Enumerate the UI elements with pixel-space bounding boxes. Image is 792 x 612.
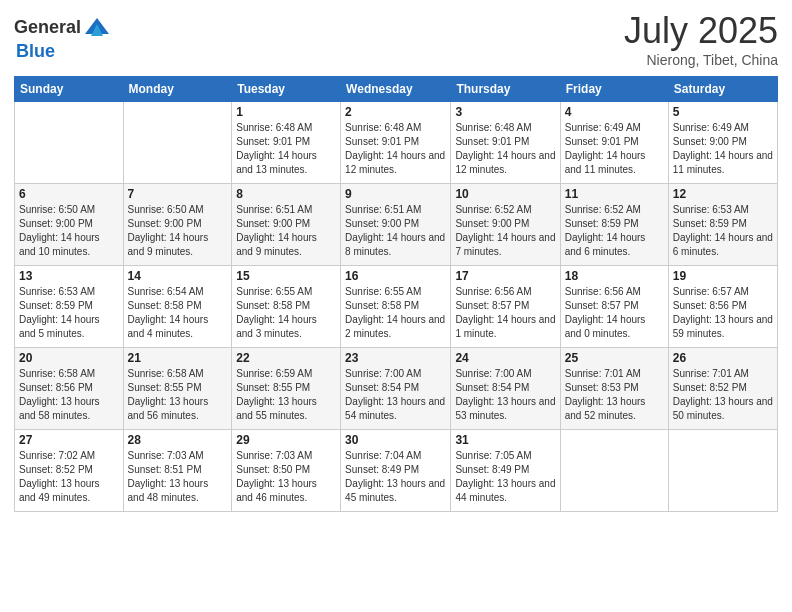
day-number: 11 (565, 187, 664, 201)
day-header-sunday: Sunday (15, 77, 124, 102)
day-header-tuesday: Tuesday (232, 77, 341, 102)
day-info: Sunrise: 6:55 AMSunset: 8:58 PMDaylight:… (236, 285, 336, 341)
day-number: 22 (236, 351, 336, 365)
day-number: 25 (565, 351, 664, 365)
day-number: 16 (345, 269, 446, 283)
day-cell (560, 430, 668, 512)
day-info: Sunrise: 6:53 AMSunset: 8:59 PMDaylight:… (673, 203, 773, 259)
day-info: Sunrise: 6:48 AMSunset: 9:01 PMDaylight:… (345, 121, 446, 177)
day-number: 15 (236, 269, 336, 283)
calendar-body: 1Sunrise: 6:48 AMSunset: 9:01 PMDaylight… (15, 102, 778, 512)
day-info: Sunrise: 6:58 AMSunset: 8:55 PMDaylight:… (128, 367, 228, 423)
day-number: 9 (345, 187, 446, 201)
day-cell: 20Sunrise: 6:58 AMSunset: 8:56 PMDayligh… (15, 348, 124, 430)
day-cell: 26Sunrise: 7:01 AMSunset: 8:52 PMDayligh… (668, 348, 777, 430)
day-info: Sunrise: 7:03 AMSunset: 8:50 PMDaylight:… (236, 449, 336, 505)
day-number: 20 (19, 351, 119, 365)
day-number: 10 (455, 187, 555, 201)
day-number: 14 (128, 269, 228, 283)
day-info: Sunrise: 6:56 AMSunset: 8:57 PMDaylight:… (565, 285, 664, 341)
day-info: Sunrise: 6:56 AMSunset: 8:57 PMDaylight:… (455, 285, 555, 341)
day-info: Sunrise: 6:57 AMSunset: 8:56 PMDaylight:… (673, 285, 773, 341)
day-info: Sunrise: 6:50 AMSunset: 9:00 PMDaylight:… (128, 203, 228, 259)
week-row-4: 20Sunrise: 6:58 AMSunset: 8:56 PMDayligh… (15, 348, 778, 430)
day-info: Sunrise: 7:02 AMSunset: 8:52 PMDaylight:… (19, 449, 119, 505)
day-cell: 29Sunrise: 7:03 AMSunset: 8:50 PMDayligh… (232, 430, 341, 512)
day-info: Sunrise: 6:49 AMSunset: 9:00 PMDaylight:… (673, 121, 773, 177)
day-number: 8 (236, 187, 336, 201)
day-info: Sunrise: 6:52 AMSunset: 8:59 PMDaylight:… (565, 203, 664, 259)
day-cell: 11Sunrise: 6:52 AMSunset: 8:59 PMDayligh… (560, 184, 668, 266)
day-info: Sunrise: 7:03 AMSunset: 8:51 PMDaylight:… (128, 449, 228, 505)
day-number: 27 (19, 433, 119, 447)
day-info: Sunrise: 6:48 AMSunset: 9:01 PMDaylight:… (236, 121, 336, 177)
day-number: 7 (128, 187, 228, 201)
day-cell: 6Sunrise: 6:50 AMSunset: 9:00 PMDaylight… (15, 184, 124, 266)
week-row-1: 1Sunrise: 6:48 AMSunset: 9:01 PMDaylight… (15, 102, 778, 184)
day-cell: 13Sunrise: 6:53 AMSunset: 8:59 PMDayligh… (15, 266, 124, 348)
day-cell: 1Sunrise: 6:48 AMSunset: 9:01 PMDaylight… (232, 102, 341, 184)
day-cell: 24Sunrise: 7:00 AMSunset: 8:54 PMDayligh… (451, 348, 560, 430)
day-cell: 9Sunrise: 6:51 AMSunset: 9:00 PMDaylight… (341, 184, 451, 266)
day-number: 2 (345, 105, 446, 119)
day-number: 30 (345, 433, 446, 447)
day-number: 6 (19, 187, 119, 201)
day-number: 12 (673, 187, 773, 201)
day-cell: 31Sunrise: 7:05 AMSunset: 8:49 PMDayligh… (451, 430, 560, 512)
day-cell: 16Sunrise: 6:55 AMSunset: 8:58 PMDayligh… (341, 266, 451, 348)
day-cell: 5Sunrise: 6:49 AMSunset: 9:00 PMDaylight… (668, 102, 777, 184)
day-number: 17 (455, 269, 555, 283)
logo-icon (83, 14, 111, 42)
day-info: Sunrise: 7:01 AMSunset: 8:53 PMDaylight:… (565, 367, 664, 423)
week-row-2: 6Sunrise: 6:50 AMSunset: 9:00 PMDaylight… (15, 184, 778, 266)
day-number: 1 (236, 105, 336, 119)
day-cell (15, 102, 124, 184)
day-cell: 19Sunrise: 6:57 AMSunset: 8:56 PMDayligh… (668, 266, 777, 348)
header: General Blue July 2025 Nierong, Tibet, C… (14, 10, 778, 68)
day-number: 28 (128, 433, 228, 447)
week-row-3: 13Sunrise: 6:53 AMSunset: 8:59 PMDayligh… (15, 266, 778, 348)
page-container: General Blue July 2025 Nierong, Tibet, C… (0, 0, 792, 522)
day-cell: 8Sunrise: 6:51 AMSunset: 9:00 PMDaylight… (232, 184, 341, 266)
day-info: Sunrise: 6:54 AMSunset: 8:58 PMDaylight:… (128, 285, 228, 341)
day-header-wednesday: Wednesday (341, 77, 451, 102)
day-cell: 22Sunrise: 6:59 AMSunset: 8:55 PMDayligh… (232, 348, 341, 430)
day-number: 5 (673, 105, 773, 119)
day-info: Sunrise: 6:55 AMSunset: 8:58 PMDaylight:… (345, 285, 446, 341)
day-cell: 25Sunrise: 7:01 AMSunset: 8:53 PMDayligh… (560, 348, 668, 430)
day-cell: 15Sunrise: 6:55 AMSunset: 8:58 PMDayligh… (232, 266, 341, 348)
day-cell: 7Sunrise: 6:50 AMSunset: 9:00 PMDaylight… (123, 184, 232, 266)
day-cell: 3Sunrise: 6:48 AMSunset: 9:01 PMDaylight… (451, 102, 560, 184)
day-number: 23 (345, 351, 446, 365)
month-title: July 2025 (624, 10, 778, 52)
day-cell: 2Sunrise: 6:48 AMSunset: 9:01 PMDaylight… (341, 102, 451, 184)
day-header-monday: Monday (123, 77, 232, 102)
day-cell: 10Sunrise: 6:52 AMSunset: 9:00 PMDayligh… (451, 184, 560, 266)
day-cell: 30Sunrise: 7:04 AMSunset: 8:49 PMDayligh… (341, 430, 451, 512)
day-cell: 18Sunrise: 6:56 AMSunset: 8:57 PMDayligh… (560, 266, 668, 348)
day-number: 19 (673, 269, 773, 283)
day-number: 3 (455, 105, 555, 119)
day-info: Sunrise: 7:00 AMSunset: 8:54 PMDaylight:… (455, 367, 555, 423)
day-number: 31 (455, 433, 555, 447)
day-info: Sunrise: 6:51 AMSunset: 9:00 PMDaylight:… (236, 203, 336, 259)
calendar-table: SundayMondayTuesdayWednesdayThursdayFrid… (14, 76, 778, 512)
day-cell: 4Sunrise: 6:49 AMSunset: 9:01 PMDaylight… (560, 102, 668, 184)
day-info: Sunrise: 6:59 AMSunset: 8:55 PMDaylight:… (236, 367, 336, 423)
day-number: 18 (565, 269, 664, 283)
day-number: 4 (565, 105, 664, 119)
title-block: July 2025 Nierong, Tibet, China (624, 10, 778, 68)
day-number: 26 (673, 351, 773, 365)
logo-blue-text: Blue (16, 41, 55, 61)
day-info: Sunrise: 7:01 AMSunset: 8:52 PMDaylight:… (673, 367, 773, 423)
day-info: Sunrise: 6:52 AMSunset: 9:00 PMDaylight:… (455, 203, 555, 259)
day-cell: 28Sunrise: 7:03 AMSunset: 8:51 PMDayligh… (123, 430, 232, 512)
day-info: Sunrise: 6:53 AMSunset: 8:59 PMDaylight:… (19, 285, 119, 341)
day-header-thursday: Thursday (451, 77, 560, 102)
week-row-5: 27Sunrise: 7:02 AMSunset: 8:52 PMDayligh… (15, 430, 778, 512)
day-cell: 17Sunrise: 6:56 AMSunset: 8:57 PMDayligh… (451, 266, 560, 348)
day-info: Sunrise: 7:04 AMSunset: 8:49 PMDaylight:… (345, 449, 446, 505)
logo: General Blue (14, 14, 111, 62)
day-number: 13 (19, 269, 119, 283)
day-info: Sunrise: 6:48 AMSunset: 9:01 PMDaylight:… (455, 121, 555, 177)
